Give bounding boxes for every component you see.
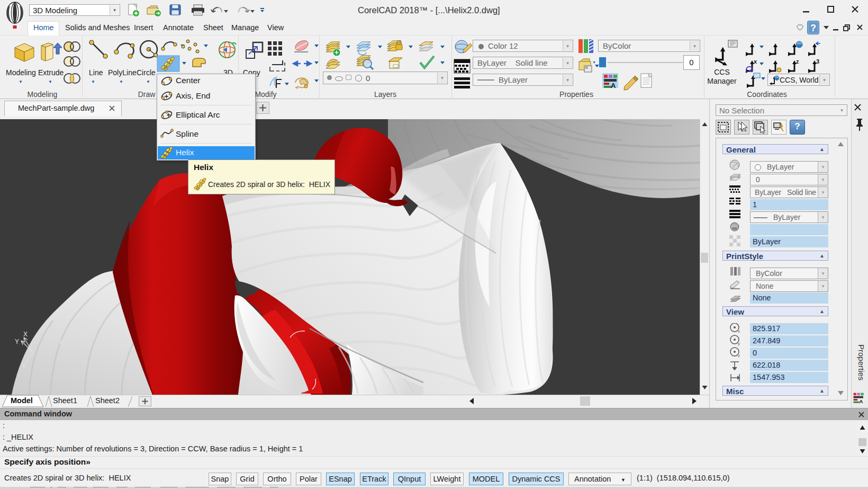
- svg-text:Y: Y: [15, 338, 19, 345]
- svg-text:z: z: [796, 58, 799, 65]
- svg-text:3: 3: [816, 58, 819, 65]
- svg-text:x: x: [754, 58, 757, 65]
- svg-text:z: z: [738, 353, 740, 358]
- svg-text:A: A: [859, 398, 863, 404]
- svg-text:X: X: [23, 331, 28, 338]
- svg-text:x: x: [738, 329, 740, 334]
- svg-text:A: A: [611, 82, 616, 90]
- svg-text:Z: Z: [67, 332, 70, 339]
- svg-text:?: ?: [810, 23, 816, 33]
- svg-text:y: y: [738, 341, 740, 346]
